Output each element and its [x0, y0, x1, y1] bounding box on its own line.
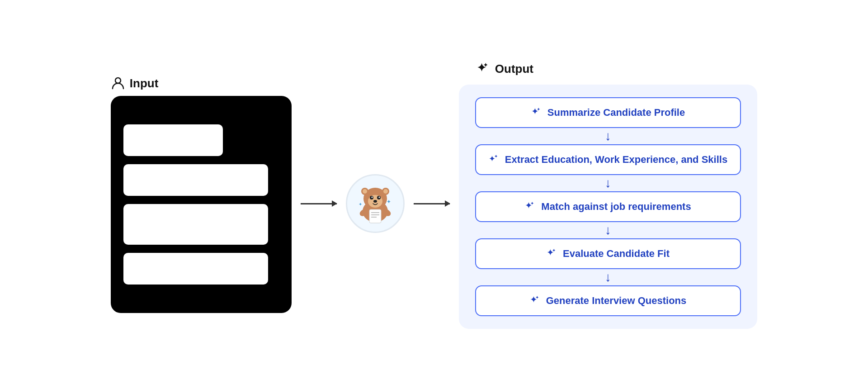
- step2-arrow: ↓: [605, 177, 611, 190]
- left-arrow-connector: [292, 203, 346, 204]
- otter-svg: ✦ ✦: [350, 179, 400, 228]
- output-section: ✦ ✦ Output ✦ ✦ Summarize Candidate Profi…: [459, 61, 757, 329]
- step2-label: Extract Education, Work Experience, and …: [505, 153, 727, 166]
- input-card-2: [123, 164, 268, 196]
- svg-text:✦: ✦: [530, 201, 534, 206]
- input-card-4: [123, 253, 268, 285]
- step3-arrow: ↓: [605, 224, 611, 237]
- svg-rect-15: [369, 209, 381, 223]
- step-card-4: ✦ ✦ Evaluate Candidate Fit: [475, 238, 741, 269]
- step-card-1: ✦ ✦ Summarize Candidate Profile: [475, 97, 741, 128]
- step1-arrow: ↓: [605, 130, 611, 142]
- output-step-3: ✦ ✦ Match against job requirements ↓: [475, 191, 741, 238]
- svg-text:✦: ✦: [535, 295, 539, 300]
- output-box: ✦ ✦ Summarize Candidate Profile ↓ ✦ ✦: [459, 85, 757, 329]
- svg-point-6: [371, 197, 373, 198]
- otter-circle: ✦ ✦: [346, 174, 405, 233]
- main-container: Input: [0, 0, 868, 389]
- input-card-3: [123, 204, 268, 245]
- left-arrow-line: [301, 203, 337, 204]
- step4-label: Evaluate Candidate Fit: [563, 247, 670, 261]
- step3-label: Match against job requirements: [541, 200, 691, 213]
- step3-sparkle-icon: ✦ ✦: [525, 199, 537, 214]
- svg-point-12: [383, 189, 388, 194]
- output-title: Output: [495, 62, 533, 76]
- output-step-2: ✦ ✦ Extract Education, Work Experience, …: [475, 144, 741, 191]
- step5-label: Generate Interview Questions: [546, 294, 687, 308]
- step-card-2: ✦ ✦ Extract Education, Work Experience, …: [475, 144, 741, 175]
- svg-text:✦: ✦: [494, 154, 498, 159]
- output-step-4: ✦ ✦ Evaluate Candidate Fit ↓: [475, 238, 741, 285]
- output-step-1: ✦ ✦ Summarize Candidate Profile ↓: [475, 97, 741, 144]
- step-card-5: ✦ ✦ Generate Interview Questions: [475, 285, 741, 316]
- output-label: ✦ ✦ Output: [459, 61, 533, 77]
- output-step-5: ✦ ✦ Generate Interview Questions: [475, 285, 741, 316]
- step-card-3: ✦ ✦ Match against job requirements: [475, 191, 741, 222]
- svg-text:✦: ✦: [387, 199, 391, 205]
- svg-text:✦: ✦: [537, 107, 540, 112]
- svg-text:✦: ✦: [483, 62, 488, 68]
- step1-label: Summarize Candidate Profile: [547, 106, 685, 119]
- person-icon: [111, 76, 125, 90]
- right-arrow-line: [414, 203, 450, 204]
- step1-sparkle-icon: ✦ ✦: [531, 105, 543, 120]
- input-card-1: [123, 124, 223, 156]
- input-section: Input: [111, 76, 292, 313]
- step2-sparkle-icon: ✦ ✦: [489, 152, 500, 167]
- svg-point-7: [378, 197, 380, 198]
- input-box: [111, 96, 292, 313]
- step5-sparkle-icon: ✦ ✦: [530, 294, 542, 308]
- output-sparkle-icon: ✦ ✦: [477, 61, 491, 77]
- right-arrow-connector: [405, 203, 459, 204]
- svg-point-11: [363, 189, 367, 194]
- step4-sparkle-icon: ✦ ✦: [547, 247, 558, 261]
- svg-text:✦: ✦: [552, 248, 556, 253]
- svg-point-8: [373, 200, 377, 203]
- input-label: Input: [111, 76, 159, 90]
- input-title: Input: [130, 76, 159, 90]
- svg-text:✦: ✦: [359, 202, 362, 207]
- svg-point-0: [115, 78, 121, 83]
- sparkle-multi-icon: ✦ ✦: [477, 61, 491, 74]
- step4-arrow: ↓: [605, 271, 611, 284]
- otter-section: ✦ ✦: [346, 174, 405, 233]
